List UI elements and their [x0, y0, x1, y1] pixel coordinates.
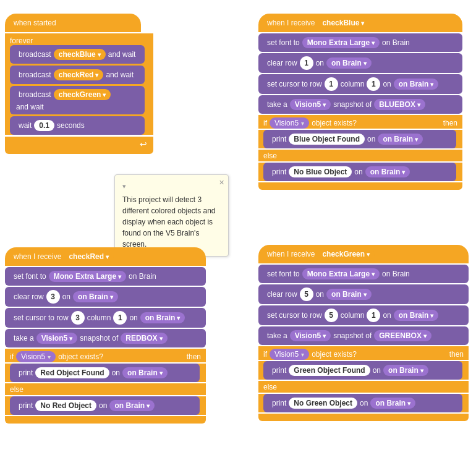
brain-dropdown4c[interactable]: on Brain [394, 310, 439, 321]
brain-dropdown3e[interactable]: on Brain [109, 400, 155, 411]
clear-row-block4[interactable]: clear row 5 on on Brain [258, 284, 469, 304]
set-font-block2[interactable]: set font to Mono Extra Large on Brain [258, 33, 462, 52]
print-green-found-block[interactable]: print Green Object Found on on Brain [263, 361, 462, 380]
if-label4: if [263, 350, 267, 359]
set-cursor-block2[interactable]: set cursor to row 1 column 1 on on Brain [258, 74, 462, 94]
andwait1-label: and wait [108, 50, 136, 59]
vision-dropdown3a[interactable]: Vision5 [36, 333, 77, 344]
cursor-row4[interactable]: 5 [325, 309, 338, 322]
clear-row-label4: clear row [267, 290, 297, 299]
close-icon[interactable]: ✕ [219, 177, 224, 188]
tooltip-arrow: ▾ [122, 181, 126, 192]
seconds-label: seconds [57, 121, 85, 130]
broadcast3-label: broadcast [19, 90, 51, 99]
brain-dropdown2b[interactable]: on Brain [326, 58, 372, 69]
print-no-green-block[interactable]: print No Green Object on on Brain [263, 394, 462, 412]
set-font-block3[interactable]: set font to Mono Extra Large on Brain [5, 267, 206, 286]
forever-bottom: ↩ [5, 137, 153, 154]
andwait2-label: and wait [106, 70, 134, 79]
checkblue-receive-dropdown[interactable]: checkBlue [317, 17, 369, 28]
no-blue-pill[interactable]: No Blue Object [289, 166, 352, 177]
on-label4b: on [316, 290, 324, 299]
print-blue-found-block[interactable]: print Blue Object Found on on Brain [263, 130, 456, 148]
clear-row-block2[interactable]: clear row 1 on on Brain [258, 53, 462, 73]
if-vision-pill4[interactable]: Vision5 ▾ [270, 349, 309, 360]
cursor-row2[interactable]: 1 [325, 77, 338, 91]
font-dropdown4[interactable]: Mono Extra Large [302, 268, 380, 279]
broadcast-checkred-block[interactable]: broadcast checkRed and wait [10, 66, 145, 84]
print-no-blue-block[interactable]: print No Blue Object on on Brain [263, 163, 456, 181]
then-label4: then [449, 350, 464, 359]
print1-label4: print [272, 366, 286, 375]
redbox-dropdown[interactable]: REDBOX [121, 333, 167, 344]
object-exists-label4: object exists? [312, 350, 357, 359]
row-num3a[interactable]: 3 [46, 290, 60, 304]
vision-dropdown2a[interactable]: Vision5 [290, 99, 331, 110]
col-label3: column [87, 313, 111, 322]
take-snapshot-block4[interactable]: take a Vision5 snapshot of GREENBOX [258, 326, 469, 345]
no-green-pill[interactable]: No Green Object [289, 398, 357, 409]
forever-label: forever [10, 36, 33, 45]
print-no-red-block[interactable]: print No Red Object on on Brain [10, 396, 200, 415]
when-started-label: when started [14, 19, 56, 27]
print2-label4: print [272, 399, 286, 407]
clear-row-block3[interactable]: clear row 3 on on Brain [5, 287, 206, 307]
set-cursor-label2: set cursor to row [267, 80, 322, 88]
refresh-icon: ↩ [140, 139, 147, 149]
cursor-col2[interactable]: 1 [367, 77, 380, 91]
take-snapshot-block2[interactable]: take a Vision5 snapshot of BLUEBOX [258, 95, 462, 114]
green-found-pill[interactable]: Green Object Found [289, 365, 370, 376]
when-receive-checkred-block[interactable]: when I receive checkRed [5, 247, 206, 266]
bluebox-dropdown[interactable]: BLUEBOX [374, 99, 425, 110]
if-vision-pill3[interactable]: Vision5 ▾ [16, 351, 56, 362]
brain-dropdown2c[interactable]: on Brain [394, 79, 439, 90]
brain-dropdown2e[interactable]: on Brain [365, 166, 410, 177]
set-font-block4[interactable]: set font to Mono Extra Large on Brain [258, 265, 469, 283]
row-num2a[interactable]: 1 [300, 56, 313, 70]
broadcast-checkgreen-block[interactable]: broadcast checkGreen and wait [10, 86, 145, 114]
brain-dropdown4b[interactable]: on Brain [326, 289, 372, 300]
brain-dropdown3b[interactable]: on Brain [73, 291, 118, 302]
forever-block: forever [5, 33, 153, 45]
col-label4: column [341, 311, 365, 320]
when-receive-checkgreen-block[interactable]: when I receive checkGreen [258, 245, 469, 263]
row-num4a[interactable]: 5 [300, 288, 313, 301]
cursor-col3[interactable]: 1 [113, 311, 127, 325]
blue-found-pill[interactable]: Blue Object Found [289, 134, 365, 145]
set-cursor-block4[interactable]: set cursor to row 5 column 1 on on Brain [258, 305, 469, 325]
vision-dropdown4a[interactable]: Vision5 [290, 330, 331, 341]
if-block4-bottom [258, 414, 469, 421]
brain-dropdown2d[interactable]: on Brain [378, 134, 423, 145]
font-dropdown2[interactable]: Mono Extra Large [302, 37, 380, 48]
set-font-label3: set font to [14, 272, 46, 281]
if-vision-pill2[interactable]: Vision5 ▾ [270, 117, 309, 129]
no-red-pill[interactable]: No Red Object [35, 400, 96, 411]
brain-dropdown3d[interactable]: on Brain [122, 367, 168, 378]
brain-dropdown4d[interactable]: on Brain [383, 365, 428, 376]
when-receive-label2: when I receive [267, 19, 315, 27]
red-found-pill[interactable]: Red Object Found [35, 367, 109, 378]
when-receive-checkblue-block[interactable]: when I receive checkBlue [258, 14, 462, 32]
font-dropdown3[interactable]: Mono Extra Large [49, 271, 126, 282]
brain-dropdown4e[interactable]: on Brain [370, 398, 415, 409]
print-red-found-block[interactable]: print Red Object Found on on Brain [10, 364, 200, 382]
checkred-dropdown[interactable]: checkRed [54, 69, 104, 80]
print2-label2: print [272, 168, 286, 176]
cursor-col4[interactable]: 1 [367, 309, 380, 322]
set-cursor-block3[interactable]: set cursor to row 3 column 1 on on Brain [5, 308, 206, 328]
checkgreen-receive-dropdown[interactable]: checkGreen [317, 249, 375, 260]
checkblue-dropdown[interactable]: checkBlue [54, 49, 106, 60]
broadcast-checkblue-block[interactable]: broadcast checkBlue and wait [10, 45, 145, 64]
if-row3: if Vision5 ▾ object exists? then [10, 351, 201, 362]
take-snapshot-block3[interactable]: take a Vision5 snapshot of REDBOX [5, 329, 206, 347]
greenbox-dropdown[interactable]: GREENBOX [374, 330, 431, 341]
checkred-receive-dropdown[interactable]: checkRed [64, 251, 114, 262]
brain-dropdown3c[interactable]: on Brain [140, 312, 185, 323]
wait-block[interactable]: wait 0.1 seconds [10, 116, 145, 135]
when-started-block[interactable]: when started [5, 14, 141, 32]
on-label4e: on [360, 399, 368, 407]
on-brain-label4a: on Brain [382, 270, 410, 278]
cursor-row3[interactable]: 3 [71, 311, 85, 325]
wait-value[interactable]: 0.1 [34, 120, 54, 131]
checkgreen-dropdown[interactable]: checkGreen [54, 89, 111, 100]
